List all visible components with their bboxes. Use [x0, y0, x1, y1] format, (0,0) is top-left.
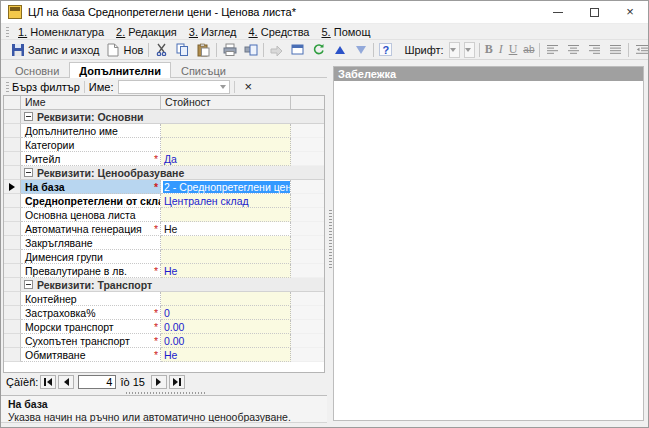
vertical-splitter[interactable] [327, 60, 333, 423]
table-row[interactable]: Автоматична генерация*Не [4, 222, 324, 236]
field-value-cell[interactable]: 0.00 [161, 334, 291, 348]
quick-filter-button[interactable]: Бърз филтър [12, 81, 80, 93]
field-name-cell[interactable]: Категории [21, 138, 161, 152]
row-selector-cell[interactable] [4, 180, 21, 194]
indent-decrease-button[interactable] [631, 41, 649, 59]
new-button[interactable]: Нов [102, 41, 146, 59]
font-family-select[interactable] [449, 42, 460, 58]
row-selector-cell[interactable] [4, 166, 21, 180]
row-selector-cell[interactable] [4, 152, 21, 166]
field-name-cell[interactable]: Среднопретеглени от склад [21, 194, 161, 208]
minimize-button[interactable] [540, 1, 576, 23]
align-right-button[interactable] [584, 41, 605, 59]
italic-button[interactable]: I [496, 42, 506, 57]
row-selector-cell[interactable] [4, 208, 21, 222]
field-value-cell[interactable] [161, 138, 291, 152]
table-row[interactable]: Морски транспорт*0.00 [4, 320, 324, 334]
filter-name-input[interactable] [118, 80, 230, 94]
collapse-icon[interactable] [24, 280, 33, 289]
maximize-button[interactable] [576, 1, 612, 23]
table-row[interactable]: Ритейл*Да [4, 152, 324, 166]
table-row[interactable]: Контейнер [4, 292, 324, 306]
row-selector-cell[interactable] [4, 292, 21, 306]
row-selector-cell[interactable] [4, 110, 21, 124]
field-name-cell[interactable]: Морски транспорт* [21, 320, 161, 334]
field-value-cell[interactable]: Не [161, 264, 291, 278]
field-name-cell[interactable]: Автоматична генерация* [21, 222, 161, 236]
table-row[interactable]: Среднопретеглени от складЦентрален склад [4, 194, 324, 208]
field-name-cell[interactable]: Закръгляване [21, 236, 161, 250]
table-row[interactable]: На база*2 - Среднопретеглени цени [4, 180, 324, 194]
collapse-icon[interactable] [24, 112, 33, 121]
field-value-cell[interactable] [161, 292, 291, 306]
paste-button[interactable] [193, 41, 214, 59]
column-header-name[interactable]: Име [21, 96, 161, 110]
column-header-value[interactable]: Стойност [161, 96, 291, 110]
move-up-button[interactable] [329, 41, 350, 59]
group-row[interactable]: Реквизити: Ценообразуване [4, 166, 324, 180]
table-row[interactable]: Дименсия групи [4, 250, 324, 264]
last-record-button[interactable] [169, 375, 185, 389]
close-button[interactable]: × [612, 1, 648, 23]
undo-button[interactable] [266, 41, 287, 59]
field-name-cell[interactable]: Превалутиране в лв.* [21, 264, 161, 278]
align-justify-button[interactable] [605, 41, 626, 59]
record-position-input[interactable]: 4 [78, 375, 116, 389]
menu-item-помощ[interactable]: 5. Помощ [315, 26, 376, 38]
strikethrough-button[interactable]: ab [520, 44, 537, 55]
row-selector-cell[interactable] [4, 194, 21, 208]
field-name-cell[interactable]: Ритейл* [21, 152, 161, 166]
collapse-icon[interactable] [24, 168, 33, 177]
field-value-cell[interactable]: 0 [161, 306, 291, 320]
field-name-cell[interactable]: Сухопътен транспорт* [21, 334, 161, 348]
field-value-cell[interactable]: Не [161, 222, 291, 236]
table-row[interactable]: Допълнително име [4, 124, 324, 138]
table-row[interactable]: Закръгляване [4, 236, 324, 250]
clear-filter-button[interactable]: × [239, 80, 259, 93]
field-value-cell[interactable] [161, 208, 291, 222]
field-name-cell[interactable]: Обмитяване* [21, 348, 161, 362]
menu-item-средства[interactable]: 4. Средства [243, 26, 316, 38]
row-selector-cell[interactable] [4, 264, 21, 278]
first-record-button[interactable] [40, 375, 56, 389]
field-name-cell[interactable]: Контейнер [21, 292, 161, 306]
table-row[interactable]: Категории [4, 138, 324, 152]
group-row[interactable]: Реквизити: Основни [4, 110, 324, 124]
align-center-button[interactable] [563, 41, 584, 59]
next-record-button[interactable] [151, 375, 167, 389]
underline-button[interactable]: U [506, 42, 521, 57]
print-button[interactable] [219, 41, 240, 59]
table-row[interactable]: Обмитяване*Не [4, 348, 324, 362]
table-row[interactable]: Сухопътен транспорт*0.00 [4, 334, 324, 348]
field-value-cell[interactable] [161, 236, 291, 250]
save-and-exit-button[interactable]: Запис и изход [7, 41, 102, 59]
field-name-cell[interactable]: Дименсия групи [21, 250, 161, 264]
row-selector-cell[interactable] [4, 320, 21, 334]
menu-item-номенклатура[interactable]: 1. Номенклатура [12, 26, 110, 38]
copy-button[interactable] [172, 41, 193, 59]
field-name-cell[interactable]: Застраховка%* [21, 306, 161, 320]
field-value-cell[interactable]: Да [161, 152, 291, 166]
field-name-cell[interactable]: На база* [21, 180, 161, 194]
note-editor[interactable] [334, 81, 643, 420]
bold-button[interactable]: B [482, 42, 496, 57]
row-selector-cell[interactable] [4, 306, 21, 320]
cut-button[interactable] [151, 41, 172, 59]
move-down-button[interactable] [350, 41, 371, 59]
menu-grip[interactable] [6, 27, 9, 37]
previous-record-button[interactable] [58, 375, 74, 389]
tab-основни[interactable]: Основни [5, 62, 69, 78]
row-selector-cell[interactable] [4, 138, 21, 152]
row-selector-cell[interactable] [4, 348, 21, 362]
refresh-button[interactable] [308, 41, 329, 59]
field-value-cell[interactable]: Централен склад [161, 194, 291, 208]
table-row[interactable]: Застраховка%*0 [4, 306, 324, 320]
menu-item-редакция[interactable]: 2. Редакция [110, 26, 183, 38]
font-size-select[interactable] [464, 42, 475, 58]
group-header-cell[interactable]: Реквизити: Транспорт [21, 278, 324, 292]
row-selector-cell[interactable] [4, 236, 21, 250]
field-value-cell[interactable] [161, 124, 291, 138]
field-value-cell[interactable]: 2 - Среднопретеглени цени [161, 180, 291, 194]
group-header-cell[interactable]: Реквизити: Ценообразуване [21, 166, 324, 180]
row-selector-cell[interactable] [4, 124, 21, 138]
